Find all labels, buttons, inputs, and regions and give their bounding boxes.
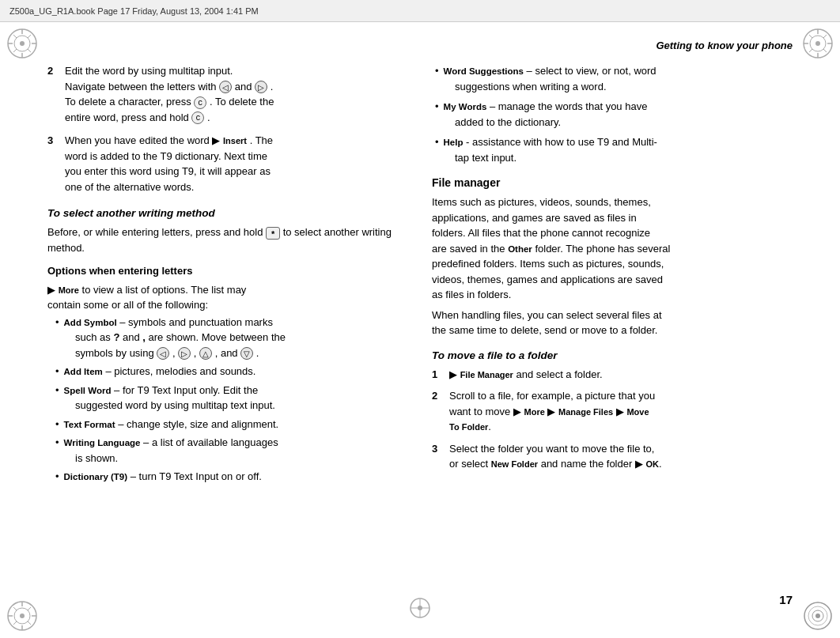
bullet-word-suggestions-content: Word Suggestions – select to view, or no… <box>444 63 656 94</box>
nav-right-icon: ▷ <box>255 81 267 93</box>
svg-line-21 <box>809 35 812 38</box>
text-format-desc: – change style, size and alignment. <box>118 418 278 430</box>
svg-point-36 <box>815 613 820 618</box>
item-2-line2: Navigate between the letters with <box>65 81 219 92</box>
move-item-3: 3 Select the folder you want to move the… <box>432 441 793 472</box>
file-manager-body2: When handling files, you can select seve… <box>432 308 793 338</box>
move-item-2-content: Scroll to a file, for example, a picture… <box>449 388 655 435</box>
numbered-item-3: 3 When you have edited the word ▶ Insert… <box>47 133 408 194</box>
bullet-add-symbol-content: Add Symbol – symbols and punctuation mar… <box>64 315 286 361</box>
move-to-folder-menu: Move <box>626 407 649 417</box>
file-manager-body1: Items such as pictures, videos, sounds, … <box>432 194 793 303</box>
more-menu-item-2: More <box>524 407 545 417</box>
move-item-2: 2 Scroll to a file, for example, a pictu… <box>432 388 793 435</box>
move-item-3-content: Select the folder you want to move the f… <box>449 441 662 472</box>
select-writing-method-body: Before, or while entering letters, press… <box>47 225 408 255</box>
corner-decoration-br <box>802 600 834 632</box>
header-bar: Z500a_UG_R1A.book Page 17 Friday, August… <box>0 0 840 22</box>
header-text: Z500a_UG_R1A.book Page 17 Friday, August… <box>9 6 259 16</box>
corner-decoration-bl <box>6 600 38 632</box>
item-2-line3: . <box>271 81 274 92</box>
text-format-term: Text Format <box>64 420 115 429</box>
comma-1: , <box>172 347 178 359</box>
writing-language-term: Writing Language <box>64 438 141 447</box>
bullet-add-symbol: Add Symbol – symbols and punctuation mar… <box>47 315 408 361</box>
nav-icon-4: ▽ <box>240 347 253 360</box>
item-3-num: 3 <box>47 133 59 194</box>
bullet-dictionary: Dictionary (T9) – turn T9 Text Input on … <box>47 469 408 485</box>
svg-point-40 <box>418 606 422 610</box>
nav-icon-3: △ <box>199 347 212 360</box>
nav-left-icon: ◁ <box>219 81 232 93</box>
c-hold-button: c <box>191 111 204 124</box>
left-column: 2 Edit the word by using multitap input.… <box>47 63 408 591</box>
move-item-1-num: 1 <box>432 367 443 383</box>
bottom-center-decoration <box>408 596 432 622</box>
my-words-term: My Words <box>444 102 487 111</box>
svg-line-10 <box>13 35 17 38</box>
new-folder-menu: New Folder <box>491 459 538 469</box>
c-button: c <box>194 96 206 109</box>
asterisk-button: * <box>266 227 280 240</box>
dictionary-desc: – turn T9 Text Input on or off. <box>131 470 262 482</box>
options-intro: ▶ More to view a list of options. The li… <box>47 282 408 313</box>
svg-line-31 <box>13 621 17 625</box>
page-number: 17 <box>779 593 793 606</box>
move-item-2-num: 2 <box>432 388 443 435</box>
and-text: , and <box>215 347 241 359</box>
file-manager-header: File manager <box>432 175 793 191</box>
item-2-line6: entire word, press and hold <box>65 111 191 123</box>
help-term: Help <box>444 138 464 147</box>
more-menu-item: More <box>59 285 79 295</box>
move-file-header: To move a file to a folder <box>432 348 793 364</box>
options-header: Options when entering letters <box>47 263 408 279</box>
dictionary-term: Dictionary (T9) <box>64 472 128 481</box>
bullet-word-suggestions: Word Suggestions – select to view, or no… <box>432 63 793 94</box>
item-3-line4: you enter this word using T9, it will ap… <box>65 165 271 177</box>
add-item-desc: – pictures, melodies and sounds. <box>105 365 255 377</box>
bullet-text-format-content: Text Format – change style, size and ali… <box>64 417 279 432</box>
move-item-3-num: 3 <box>432 441 443 472</box>
right-bullet-list: Word Suggestions – select to view, or no… <box>432 63 793 165</box>
file-manager-menu: File Manager <box>460 370 513 379</box>
bullet-help-content: Help - assistance with how to use T9 and… <box>444 134 657 165</box>
item-3-line3: word is added to the T9 dictionary. Next… <box>65 150 267 162</box>
bullet-my-words-content: My Words – manage the words that you hav… <box>444 99 648 130</box>
svg-point-13 <box>815 41 820 46</box>
item-2-and1: and <box>235 81 255 92</box>
item-3-line5: one of the alternative words. <box>65 181 194 193</box>
svg-line-19 <box>823 49 827 52</box>
item-2-line7: . <box>207 111 210 123</box>
to-folder-menu: To Folder <box>449 422 488 432</box>
ok-menu: OK <box>646 459 660 469</box>
chapter-title: Getting to know your phone <box>656 40 793 51</box>
item-2-line4: To delete a character, press <box>65 96 194 108</box>
item-3-line2: . The <box>250 134 273 146</box>
other-folder-term: Other <box>508 244 532 254</box>
word-suggestions-term: Word Suggestions <box>444 66 524 76</box>
bullet-add-item: Add Item – pictures, melodies and sounds… <box>47 364 408 379</box>
item-2-content: Edit the word by using multitap input. N… <box>65 63 408 125</box>
bullet-help: Help - assistance with how to use T9 and… <box>432 134 793 165</box>
bullet-text-format: Text Format – change style, size and ali… <box>47 417 408 432</box>
svg-line-7 <box>28 35 31 38</box>
corner-decoration-tr <box>802 28 834 59</box>
svg-line-30 <box>28 621 31 625</box>
period-1: . <box>256 347 259 359</box>
options-bullet-list: Add Symbol – symbols and punctuation mar… <box>47 315 408 485</box>
add-item-term: Add Item <box>64 367 103 376</box>
svg-line-18 <box>823 35 827 38</box>
right-column: Word Suggestions – select to view, or no… <box>432 63 793 591</box>
insert-menu-item: Insert <box>223 136 247 145</box>
svg-line-32 <box>13 607 17 610</box>
svg-point-2 <box>20 41 25 46</box>
bullet-dictionary-content: Dictionary (T9) – turn T9 Text Input on … <box>64 469 262 485</box>
bullet-writing-language-content: Writing Language – a list of available l… <box>64 435 278 466</box>
manage-files-menu: Manage Files <box>558 407 613 417</box>
move-item-1-content: ▶ File Manager and select a folder. <box>449 367 603 383</box>
bullet-spell-word-content: Spell Word – for T9 Text Input only. Edi… <box>64 383 275 413</box>
item-2-num: 2 <box>47 63 59 125</box>
item-3-line1: When you have edited the word ▶ <box>65 134 223 146</box>
help-desc: - assistance with how to use T9 and Mult… <box>444 136 657 164</box>
bullet-my-words: My Words – manage the words that you hav… <box>432 99 793 130</box>
